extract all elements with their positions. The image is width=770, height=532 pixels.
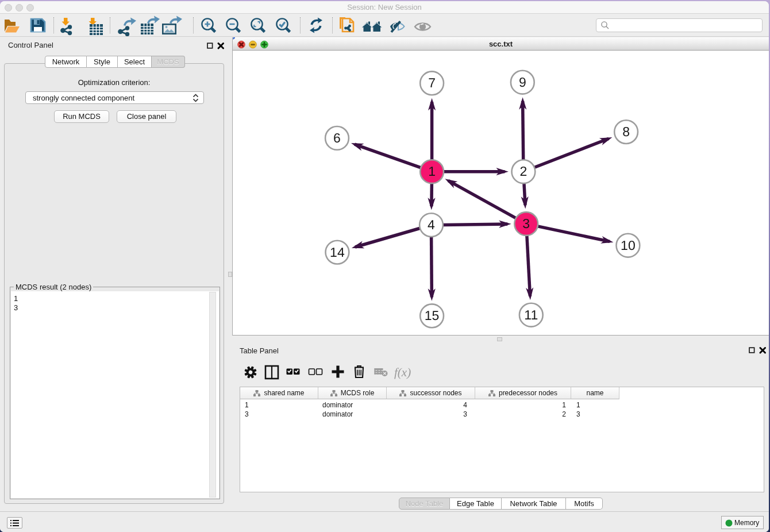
svg-text:1: 1 bbox=[428, 164, 436, 179]
svg-text:15: 15 bbox=[425, 308, 440, 323]
svg-text:7: 7 bbox=[428, 75, 436, 90]
svg-text:14: 14 bbox=[330, 245, 345, 260]
svg-text:8: 8 bbox=[622, 124, 630, 139]
svg-text:4: 4 bbox=[428, 217, 435, 232]
svg-text:9: 9 bbox=[519, 75, 526, 90]
svg-text:f(x): f(x) bbox=[394, 365, 411, 379]
svg-text:6: 6 bbox=[333, 130, 341, 145]
svg-text:2: 2 bbox=[520, 164, 528, 179]
svg-text:3: 3 bbox=[522, 216, 530, 231]
svg-text:11: 11 bbox=[524, 307, 538, 322]
svg-text:10: 10 bbox=[621, 238, 636, 253]
